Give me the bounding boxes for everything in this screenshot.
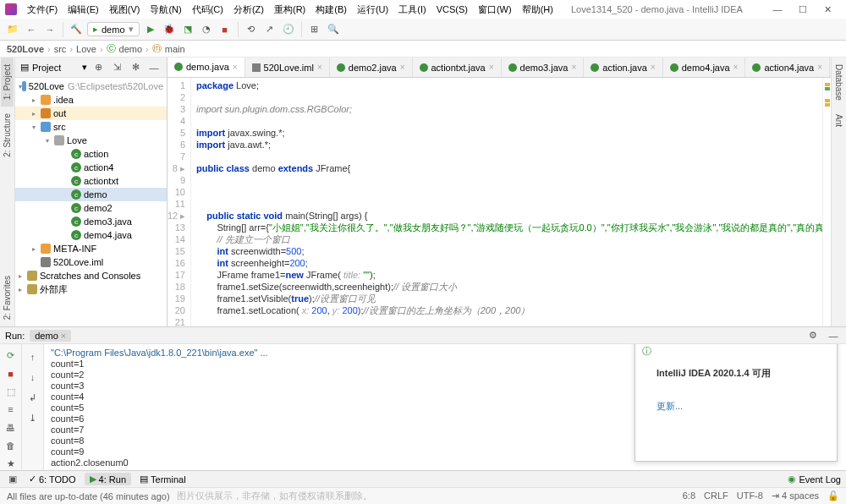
tab-demo2[interactable]: demo2.java×: [330, 58, 413, 78]
tab-action[interactable]: action.java×: [584, 58, 662, 78]
tab-structure[interactable]: 2: Structure: [1, 107, 14, 164]
menu-edit[interactable]: 编辑(E): [64, 2, 102, 18]
tree-actiontxt[interactable]: cactiontxt: [15, 174, 167, 188]
maximize-icon[interactable]: ☐: [790, 4, 816, 15]
tree-love[interactable]: ▾Love: [15, 134, 167, 147]
console-output[interactable]: "C:\Program Files\Java\jdk1.8.0_221\bin\…: [44, 344, 846, 470]
tree-iml[interactable]: 520Love.iml: [15, 255, 167, 269]
menu-run[interactable]: 运行(U): [354, 2, 392, 18]
caret-down-icon[interactable]: ▾: [82, 62, 87, 73]
menu-file[interactable]: 文件(F): [24, 2, 61, 18]
crumb-project[interactable]: 520Love: [7, 44, 44, 54]
menu-build[interactable]: 构建(B): [312, 2, 350, 18]
debug-icon[interactable]: 🐞: [162, 22, 177, 37]
status-pos[interactable]: 6:8: [683, 490, 695, 501]
tab-demo4[interactable]: demo4.java×: [663, 58, 746, 78]
back-icon[interactable]: ←: [24, 22, 39, 37]
coverage-icon[interactable]: ⬔: [180, 22, 195, 37]
tree-out[interactable]: ▸out: [15, 107, 167, 120]
crumb-class[interactable]: demo: [119, 44, 143, 54]
run-hide-icon[interactable]: —: [826, 328, 841, 343]
stop-icon[interactable]: ■: [217, 22, 233, 37]
code-editor[interactable]: package Love; import sun.plugin.dom.css.…: [191, 78, 822, 326]
run-config-select[interactable]: ▸ demo ▾: [87, 22, 140, 36]
error-stripe[interactable]: [822, 78, 831, 326]
crumb-method[interactable]: main: [165, 44, 185, 54]
tab-ant[interactable]: Ant: [832, 107, 845, 134]
menu-refactor[interactable]: 重构(R): [271, 2, 309, 18]
btab-terminal[interactable]: ▤Terminal: [140, 474, 186, 485]
status-enc[interactable]: UTF-8: [737, 490, 763, 501]
tree-metainf[interactable]: ▸META-INF: [15, 242, 167, 255]
tab-database[interactable]: Database: [832, 58, 845, 107]
target-icon[interactable]: ⊕: [91, 60, 106, 75]
close-icon[interactable]: ✕: [816, 4, 841, 15]
trash-icon[interactable]: 🗑: [3, 439, 19, 452]
wrap-icon[interactable]: ↲: [25, 390, 41, 405]
btab-eventlog[interactable]: ◉Event Log: [788, 474, 841, 485]
menu-vcs[interactable]: VCS(S): [433, 3, 471, 16]
collapse-icon[interactable]: ⇲: [109, 60, 124, 75]
run-tab-demo[interactable]: demo ×: [30, 330, 71, 342]
forward-icon[interactable]: →: [42, 22, 58, 37]
help-icon[interactable]: ★: [3, 457, 19, 470]
minimize-icon[interactable]: —: [765, 4, 790, 15]
rerun-icon[interactable]: ⟳: [3, 349, 19, 362]
tree-idea[interactable]: ▸.idea: [15, 93, 167, 107]
close-tab-icon[interactable]: ×: [233, 63, 238, 72]
tree-scratches[interactable]: ▸Scratches and Consoles: [15, 269, 167, 282]
lock-icon[interactable]: 🔓: [827, 490, 839, 501]
scroll-icon[interactable]: ⤓: [25, 410, 41, 425]
structure-icon[interactable]: ⊞: [307, 22, 322, 37]
tab-actiontxt[interactable]: actiontxt.java×: [413, 58, 502, 78]
status-indent[interactable]: ⇥ 4 spaces: [772, 490, 819, 501]
update-notification[interactable]: ⓘ IntelliJ IDEA 2020.1.4 可用 更新...: [634, 344, 838, 462]
notif-update-link[interactable]: 更新...: [656, 401, 771, 412]
btab-todo[interactable]: ✓6: TODO: [29, 474, 76, 485]
toggle-bottom-icon[interactable]: ▣: [5, 472, 20, 487]
menu-help[interactable]: 帮助(H): [519, 2, 557, 18]
menu-window[interactable]: 窗口(W): [475, 2, 515, 18]
vcs-update-icon[interactable]: ⟲: [244, 22, 259, 37]
tree-demo4[interactable]: cdemo4.java: [15, 228, 167, 242]
up-icon[interactable]: ↑: [25, 349, 41, 364]
build-icon[interactable]: 🔨: [69, 22, 84, 37]
profile-icon[interactable]: ◔: [199, 22, 214, 37]
print-icon[interactable]: 🖶: [3, 421, 19, 434]
tree-demo3[interactable]: cdemo3.java: [15, 215, 167, 228]
status-eol[interactable]: CRLF: [704, 490, 728, 501]
vcs-history-icon[interactable]: 🕘: [281, 22, 296, 37]
tree-external[interactable]: ▸外部库: [15, 282, 167, 296]
run-icon[interactable]: ▶: [143, 22, 158, 37]
tab-project[interactable]: 1: Project: [1, 58, 14, 107]
tab-action4[interactable]: action4.java×: [745, 58, 830, 78]
tree-action[interactable]: caction: [15, 147, 167, 161]
line-gutter[interactable]: 1 2 3 4 5 6 7 8 ▸ 9 10 11 12 ▸ 13 14 15 …: [168, 78, 191, 326]
project-tree[interactable]: ▾ 520Love G:\Eclipsetest\520Love ▸.idea …: [15, 78, 167, 326]
menu-analyze[interactable]: 分析(Z): [230, 2, 267, 18]
menu-tools[interactable]: 工具(I): [395, 2, 429, 18]
dump-icon[interactable]: ⬚: [3, 386, 19, 398]
crumb-src[interactable]: src: [54, 44, 67, 54]
tree-demo2[interactable]: cdemo2: [15, 201, 167, 215]
crumb-pkg[interactable]: Love: [76, 44, 96, 54]
hide-icon[interactable]: —: [146, 60, 162, 75]
vcs-commit-icon[interactable]: ↗: [262, 22, 277, 37]
tree-action4[interactable]: caction4: [15, 161, 167, 174]
tab-iml[interactable]: 520Love.iml×: [245, 58, 330, 78]
menu-navigate[interactable]: 导航(N): [146, 2, 184, 18]
tree-src[interactable]: ▾src: [15, 120, 167, 134]
tree-root[interactable]: ▾ 520Love G:\Eclipsetest\520Love: [15, 79, 167, 93]
search-icon[interactable]: 🔍: [326, 22, 341, 37]
menu-view[interactable]: 视图(V): [106, 2, 144, 18]
btab-run[interactable]: ▶4: Run: [85, 473, 131, 485]
tab-demo[interactable]: demo.java×: [168, 58, 245, 78]
toggle-project-icon[interactable]: 📁: [5, 22, 20, 37]
menu-code[interactable]: 代码(C): [189, 2, 227, 18]
tab-demo3[interactable]: demo3.java×: [502, 58, 585, 78]
gear-icon[interactable]: ✻: [128, 60, 143, 75]
run-settings-icon[interactable]: ⚙: [805, 328, 821, 343]
tab-favorites[interactable]: 2: Favorites: [1, 269, 14, 326]
tree-demo[interactable]: cdemo: [15, 188, 167, 201]
stop-run-icon[interactable]: ■: [3, 367, 19, 380]
